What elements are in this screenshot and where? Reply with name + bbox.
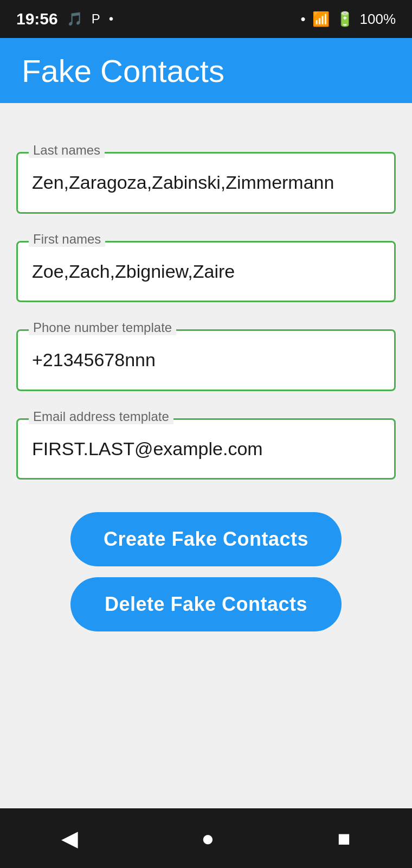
first-names-label: First names	[29, 232, 105, 247]
email-template-label: Email address template	[29, 409, 173, 424]
battery-icon: 🔋	[336, 11, 353, 28]
dot-icon: •	[109, 11, 113, 27]
first-names-field[interactable]: First names Zoe,Zach,Zbigniew,Zaire	[16, 241, 396, 303]
email-template-value: FIRST.LAST@example.com	[29, 431, 383, 468]
status-bar: 19:56 🎵 P • • 📶 🔋 100%	[0, 0, 412, 38]
home-button[interactable]: ●	[185, 821, 230, 856]
nav-bar: ◀ ● ■	[0, 808, 412, 868]
app-bar: Fake Contacts	[0, 38, 412, 103]
battery-percent: 100%	[360, 11, 396, 28]
page-title: Fake Contacts	[22, 53, 224, 89]
music-icon: 🎵	[67, 11, 83, 27]
create-fake-contacts-button[interactable]: Create Fake Contacts	[70, 512, 342, 566]
status-left: 19:56 🎵 P •	[16, 10, 113, 28]
signal-icon: 📶	[312, 11, 330, 28]
status-right: • 📶 🔋 100%	[300, 11, 396, 28]
first-names-value: Zoe,Zach,Zbigniew,Zaire	[29, 253, 383, 290]
delete-fake-contacts-button[interactable]: Delete Fake Contacts	[70, 577, 342, 631]
main-content: Last names Zen,Zaragoza,Zabinski,Zimmerm…	[0, 103, 412, 664]
last-names-field[interactable]: Last names Zen,Zaragoza,Zabinski,Zimmerm…	[16, 152, 396, 214]
phone-template-label: Phone number template	[29, 320, 176, 335]
back-button[interactable]: ◀	[45, 820, 94, 856]
email-template-field[interactable]: Email address template FIRST.LAST@exampl…	[16, 418, 396, 480]
button-section: Create Fake Contacts Delete Fake Contact…	[16, 512, 396, 648]
last-names-label: Last names	[29, 143, 105, 158]
phone-template-value: +21345678nnn	[29, 342, 383, 379]
p-icon: P	[92, 11, 100, 27]
phone-template-field[interactable]: Phone number template +21345678nnn	[16, 329, 396, 391]
dot2-icon: •	[300, 11, 305, 28]
recent-apps-button[interactable]: ■	[321, 821, 366, 856]
status-time: 19:56	[16, 10, 58, 28]
last-names-value: Zen,Zaragoza,Zabinski,Zimmermann	[29, 164, 383, 201]
